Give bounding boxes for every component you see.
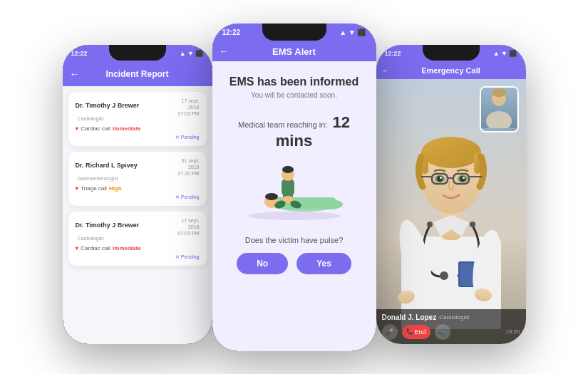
doctor-name-0: Dr. Timothy J Brewer	[76, 102, 140, 109]
notch-right	[423, 45, 480, 61]
heart-icon-2: ♥	[76, 245, 79, 251]
header-bar-left: ← Incident Report	[63, 62, 212, 86]
call-type-0: Cardiac call	[81, 125, 110, 132]
call-info-0: ♥ Cardiac call Immediate	[76, 125, 200, 132]
call-urgency-2: Immediate	[113, 245, 141, 251]
incident-list: Dr. Timothy J Brewer Cardiologist 17 sep…	[63, 86, 212, 344]
svg-point-22	[427, 222, 433, 227]
call-info-bar: Donald J. Lopez Cardiologist 🎤 📞 End 📹 1…	[376, 309, 526, 344]
svg-point-5	[265, 193, 278, 200]
ems-title-header: EMS Alert	[272, 46, 316, 57]
ems-header: ← EMS Alert	[212, 42, 376, 61]
x-icon-0: ✕	[175, 135, 180, 140]
svg-point-37	[440, 177, 442, 179]
svg-point-38	[463, 177, 465, 179]
notch-center	[262, 24, 326, 41]
emergency-header: ← Emergency Call	[376, 62, 526, 79]
doctor-specialty-0: Cardiologist	[78, 116, 104, 121]
call-type-1: Triage call	[81, 185, 107, 192]
call-doctor-name: Donald J. Lopez Cardiologist	[382, 313, 520, 321]
phone-left: 12:22 ▲ ▼ ⬛ ← Incident Report Dr. Timoth…	[63, 45, 212, 344]
heart-icon-0: ♥	[76, 125, 79, 132]
call-controls: 🎤 📞 End 📹 18:20	[382, 324, 520, 340]
phone-center-screen: 12:22 ▲ ▼ ⬛ ← EMS Alert EMS has been inf…	[212, 24, 376, 351]
incident-card-0[interactable]: Dr. Timothy J Brewer Cardiologist 17 sep…	[68, 92, 207, 146]
status-icons-left: ▲ ▼ ⬛	[180, 50, 204, 57]
btn-no[interactable]: No	[237, 253, 288, 274]
doctor-name-2: Dr. Timothy J Brewer	[76, 222, 140, 229]
svg-point-35	[437, 176, 443, 182]
incident-screen: 12:22 ▲ ▼ ⬛ ← Incident Report Dr. Timoth…	[63, 45, 212, 344]
svg-point-15	[492, 88, 506, 97]
ems-main-text: EMS has been informed	[229, 76, 359, 88]
svg-point-8	[282, 166, 294, 173]
doctor-specialty-1: Gastroenterologist	[78, 176, 118, 181]
emergency-title: Emergency Call	[421, 66, 480, 75]
header-title-left: Incident Report	[105, 69, 168, 79]
pending-text-1: Pending	[181, 194, 200, 199]
ems-reaching-time: 12 mins	[276, 113, 350, 150]
call-urgency-1: High	[109, 185, 122, 192]
ems-pulse-question: Does the victim have pulse?	[245, 236, 344, 244]
small-video-thumbnail	[480, 86, 519, 133]
incident-card-1[interactable]: Dr. Richard L Spivey Gastroenterologist …	[68, 152, 207, 206]
status-icons-right: ▲ ▼ ⬛	[493, 50, 517, 57]
back-arrow-center[interactable]: ←	[220, 46, 229, 57]
doctor-name-1: Dr. Richard L Spivey	[76, 162, 138, 169]
pending-badge-2: ✕ Pending	[76, 254, 200, 260]
phones-container: 12:22 ▲ ▼ ⬛ ← Incident Report Dr. Timoth…	[0, 0, 588, 374]
ems-reaching-label: Medical team reaching in: 12 mins	[224, 113, 365, 150]
card-doctor-info-0: Dr. Timothy J Brewer Cardiologist	[76, 98, 170, 123]
incident-date-0: 17 sept, 2018 07:03 PM	[170, 98, 200, 117]
card-header-1: Dr. Richard L Spivey Gastroenterologist …	[76, 157, 200, 183]
card-doctor-info-1: Dr. Richard L Spivey Gastroenterologist	[76, 157, 172, 183]
emergency-screen: 12:22 ▲ ▼ ⬛ ← Emergency Call	[376, 45, 526, 344]
x-icon-2: ✕	[175, 254, 180, 260]
incident-date-1: 01 sept, 2019 07:20 PM	[172, 157, 200, 177]
card-header-0: Dr. Timothy J Brewer Cardiologist 17 sep…	[76, 98, 200, 123]
card-doctor-info-2: Dr. Timothy J Brewer Cardiologist	[76, 217, 170, 243]
svg-point-3	[317, 199, 343, 209]
btn-yes[interactable]: Yes	[296, 253, 351, 274]
doctor-specialty-2: Cardiologist	[78, 236, 104, 241]
pending-text-0: Pending	[181, 135, 200, 140]
incident-date-2: 17 sept, 2018 07:03 PM	[170, 217, 200, 237]
pending-badge-0: ✕ Pending	[76, 135, 200, 140]
status-time-left: 12:22	[71, 50, 88, 57]
mute-button[interactable]: 🎤	[382, 324, 398, 340]
call-timer: 18:20	[505, 328, 520, 335]
back-arrow-left[interactable]: ←	[70, 68, 80, 80]
phone-center: 12:22 ▲ ▼ ⬛ ← EMS Alert EMS has been inf…	[212, 24, 376, 351]
end-call-button[interactable]: 📞 End	[402, 325, 430, 339]
ems-sub-text: You will be contacted soon.	[251, 91, 337, 99]
ems-screen: 12:22 ▲ ▼ ⬛ ← EMS Alert EMS has been inf…	[212, 24, 376, 351]
call-info-2: ♥ Cardiac call Immediate	[76, 245, 200, 251]
heart-icon-1: ♥	[76, 185, 79, 192]
phone-right-screen: 12:22 ▲ ▼ ⬛ ← Emergency Call	[376, 45, 526, 344]
phone-left-screen: 12:22 ▲ ▼ ⬛ ← Incident Report Dr. Timoth…	[63, 45, 212, 344]
status-icons-center: ▲ ▼ ⬛	[339, 28, 366, 36]
ems-body: EMS has been informed You will be contac…	[212, 61, 376, 351]
svg-point-0	[248, 212, 341, 220]
incident-card-2[interactable]: Dr. Timothy J Brewer Cardiologist 17 sep…	[68, 212, 207, 266]
call-type-2: Cardiac call	[81, 245, 110, 251]
phone-right: 12:22 ▲ ▼ ⬛ ← Emergency Call	[376, 45, 526, 344]
cpr-illustration	[237, 153, 351, 224]
x-icon-1: ✕	[175, 194, 180, 200]
ems-buttons: No Yes	[237, 253, 351, 274]
back-arrow-right[interactable]: ←	[382, 66, 391, 76]
avatar-small	[481, 88, 517, 131]
svg-point-21	[440, 271, 448, 280]
video-button[interactable]: 📹	[435, 324, 450, 340]
notch-left	[109, 45, 166, 61]
svg-point-36	[460, 176, 465, 182]
pending-badge-1: ✕ Pending	[76, 194, 200, 200]
svg-point-25	[421, 137, 481, 168]
status-time-center: 12:22	[222, 28, 241, 36]
card-header-2: Dr. Timothy J Brewer Cardiologist 17 sep…	[76, 217, 200, 243]
status-time-right: 12:22	[385, 50, 401, 57]
pending-text-2: Pending	[181, 254, 200, 259]
call-info-1: ♥ Triage call High	[76, 185, 200, 192]
call-urgency-0: Immediate	[113, 125, 141, 132]
svg-point-23	[470, 222, 475, 227]
